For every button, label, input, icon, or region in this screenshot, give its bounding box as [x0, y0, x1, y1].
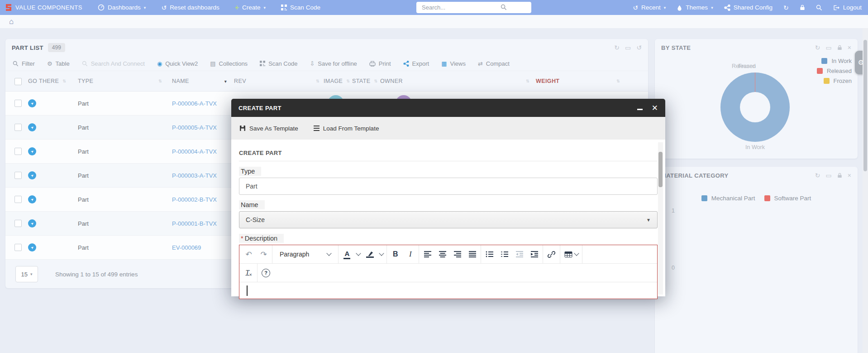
go-there-icon[interactable]: ➤: [28, 99, 36, 107]
name-link[interactable]: P-000005-A-TVX: [172, 116, 217, 139]
undo-icon[interactable]: ↺: [636, 44, 642, 51]
nav-scan-code[interactable]: Scan Code: [281, 4, 320, 11]
name-link[interactable]: P-000004-A-TVX: [172, 140, 217, 163]
column-header-weight[interactable]: WEIGHT: [536, 71, 559, 91]
search-icon[interactable]: [816, 5, 822, 11]
nav-create[interactable]: + Create▾: [235, 4, 266, 11]
export-button[interactable]: Export: [403, 60, 429, 67]
name-link[interactable]: P-000003-A-TVX: [172, 164, 217, 187]
refresh-icon[interactable]: ↻: [614, 44, 620, 51]
legend-item-mechanical-part[interactable]: Mechanical Part: [701, 195, 755, 202]
lock-icon[interactable]: [837, 45, 842, 50]
sort-icon[interactable]: ⇅: [526, 71, 529, 91]
align-left-button[interactable]: [420, 245, 435, 263]
column-header-owner[interactable]: OWNER: [380, 71, 403, 91]
italic-button[interactable]: I: [403, 245, 418, 263]
select-all-checkbox[interactable]: [14, 78, 22, 85]
go-there-icon[interactable]: ➤: [28, 195, 36, 203]
window-icon[interactable]: ▭: [826, 44, 832, 51]
refresh-icon[interactable]: ↻: [815, 44, 820, 51]
link-button[interactable]: [544, 245, 559, 263]
legend-item-in-work[interactable]: In Work: [821, 58, 852, 64]
row-checkbox[interactable]: [14, 124, 22, 131]
bold-button[interactable]: B: [388, 245, 403, 263]
redo-icon[interactable]: ↷: [256, 245, 271, 263]
numbered-list-button[interactable]: [497, 245, 512, 263]
print-button[interactable]: Print: [369, 60, 391, 67]
minimize-icon[interactable]: [637, 109, 643, 110]
row-checkbox[interactable]: [14, 220, 22, 227]
load-from-template-button[interactable]: Load From Template: [314, 125, 379, 132]
save-offline-button[interactable]: ⇩ Save for offline: [310, 60, 357, 67]
scan-code-button[interactable]: Scan Code: [260, 60, 297, 67]
scrollbar-thumb[interactable]: [658, 152, 663, 187]
column-header-state[interactable]: STATE⇅: [352, 71, 377, 91]
align-right-button[interactable]: [450, 245, 465, 263]
clear-formatting-button[interactable]: T×: [241, 264, 256, 282]
legend-item-released[interactable]: Released: [817, 68, 852, 74]
sort-desc-icon[interactable]: ▾: [224, 79, 227, 84]
nav-recent[interactable]: ↺ Recent▾: [633, 4, 666, 11]
indent-button[interactable]: [527, 245, 542, 263]
row-checkbox[interactable]: [14, 244, 22, 251]
go-there-icon[interactable]: ➤: [28, 123, 36, 131]
global-search-input[interactable]: [416, 2, 531, 13]
nav-shared-config[interactable]: Shared Config: [724, 4, 773, 11]
page-scrollbar[interactable]: [863, 28, 868, 353]
sort-icon[interactable]: ⇅: [346, 79, 350, 83]
app-brand[interactable]: VALUE COMPONENTS: [5, 4, 82, 11]
scrollbar-thumb[interactable]: [863, 40, 867, 171]
align-center-button[interactable]: [435, 245, 450, 263]
save-as-template-button[interactable]: Save As Template: [239, 125, 298, 132]
column-header-image[interactable]: IMAGE⇅: [324, 71, 350, 91]
sort-icon[interactable]: ⇅: [316, 71, 320, 91]
undo-icon[interactable]: ↶: [241, 245, 256, 263]
sort-icon[interactable]: ⇅: [616, 71, 620, 91]
compact-button[interactable]: ⇄ Compact: [478, 60, 510, 67]
column-header-rev[interactable]: REV: [234, 71, 246, 91]
text-color-button[interactable]: A: [339, 245, 354, 263]
bullet-list-button[interactable]: [482, 245, 497, 263]
lock-icon[interactable]: [837, 173, 842, 178]
views-button[interactable]: ▦ Views: [441, 60, 466, 67]
search-icon[interactable]: [501, 4, 507, 10]
legend-item-frozen[interactable]: Frozen: [824, 77, 852, 84]
sort-icon[interactable]: ⇅: [374, 79, 377, 83]
editor-content-area[interactable]: [239, 282, 657, 299]
insert-table-button[interactable]: [561, 245, 581, 263]
row-checkbox[interactable]: [14, 172, 22, 179]
chevron-down-icon[interactable]: [354, 245, 362, 263]
name-link[interactable]: EV-000069: [172, 236, 201, 259]
highlight-color-button[interactable]: [362, 245, 377, 263]
lock-icon[interactable]: [800, 5, 805, 10]
legend-item-software-part[interactable]: Software Part: [764, 195, 811, 202]
go-there-icon[interactable]: ➤: [28, 171, 36, 179]
refresh-icon[interactable]: ↻: [815, 172, 820, 179]
name-select[interactable]: C-Size ▼: [239, 211, 658, 228]
row-checkbox[interactable]: [14, 148, 22, 155]
filter-button[interactable]: Filter: [13, 60, 35, 67]
home-icon[interactable]: ⌂: [9, 17, 14, 26]
row-checkbox[interactable]: [14, 100, 22, 107]
column-header-go-there[interactable]: GO THERE⇅: [28, 71, 66, 91]
nav-dashboards[interactable]: Dashboards▾: [98, 4, 146, 11]
justify-button[interactable]: [465, 245, 480, 263]
go-there-icon[interactable]: ➤: [28, 243, 36, 251]
row-checkbox[interactable]: [14, 196, 22, 203]
column-header-type[interactable]: TYPE: [78, 71, 93, 91]
nav-reset-dashboards[interactable]: ↺ Reset dashboards: [161, 4, 219, 11]
modal-header[interactable]: CREATE PART ✕: [231, 99, 665, 117]
window-icon[interactable]: ▭: [826, 172, 832, 179]
sort-icon[interactable]: ⇅: [62, 79, 66, 83]
name-link[interactable]: P-000006-A-TVX: [172, 92, 217, 115]
type-input[interactable]: [239, 178, 658, 195]
nav-logout[interactable]: Logout: [833, 4, 862, 11]
modal-scrollbar[interactable]: [658, 142, 663, 295]
nav-themes[interactable]: Themes▾: [677, 4, 713, 11]
table-settings-button[interactable]: ⚙ Table: [47, 60, 70, 67]
name-link[interactable]: P-000001-B-TVX: [172, 212, 217, 235]
chevron-down-icon[interactable]: [377, 245, 386, 263]
window-icon[interactable]: ▭: [625, 44, 631, 51]
collections-button[interactable]: ▤ Collections: [210, 60, 248, 67]
name-link[interactable]: P-000002-B-TVX: [172, 188, 217, 211]
